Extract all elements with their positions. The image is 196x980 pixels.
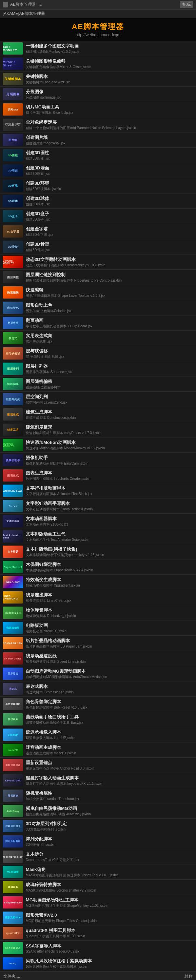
script-item-easyrulers[interactable]: 刻度工具建筑刻度板形快速创建刻度标引导脚本 easyRulers v.1.7.3… bbox=[0, 422, 196, 438]
script-item-null[interactable]: 空对象绑定全对象绑定定层创建一个空物体到选择的图层Add Parented Nu… bbox=[0, 117, 196, 132]
script-item-imagewall[interactable]: 图片墙创建图片墙创建图片墙ImagesWall.jsx bbox=[0, 132, 196, 148]
script-item-linescreator[interactable]: LINES CREATOR 2线条连接脚本线条连接脚本 LinesCreator… bbox=[0, 590, 196, 605]
script-item-properties[interactable]: 图层属性图层属性链接到控制把图层属性链接到控制面板脚本 Properties t… bbox=[0, 270, 196, 285]
script-desc-typemonkey: 文本排版动画(钢板子快集)Typemonkey v.1.16.jsxbin bbox=[26, 553, 193, 557]
script-item-textanim[interactable]: 文本动画器文本动画器脚本文本动画器脚本(2100+预置) bbox=[0, 514, 196, 529]
script-item-shapemonkey[interactable]: ShapeMonkeyMG动画图形/形状生主脚本MG动画图形/形状生主脚本 Sh… bbox=[0, 895, 196, 910]
script-name-3dbone: 创建3D骨架 bbox=[26, 241, 193, 247]
script-item-colorize[interactable]: 自动着色图形自动上色图形/自动上色脚本Colorize.jsx bbox=[0, 300, 196, 315]
script-info-speedlines: 线条动感速度线线条动感速度线脚本 Speed Lines.jsxbin bbox=[26, 653, 193, 664]
script-item-decompress[interactable]: DecompressText文木拆分DecompressText v2.2 分割… bbox=[0, 849, 196, 864]
script-info-expressions2: 表达式脚本表达式脚本 Expressions2.jsxbin bbox=[26, 684, 193, 695]
script-name-3dwall: 创建3D墙面 bbox=[26, 165, 193, 171]
script-item-3dcylinder[interactable]: 3D圆柱创建3D圆柱创建3D圆柱 .jsx bbox=[0, 148, 196, 163]
script-item-editmonkey[interactable]: EDIT MONKEY一键创建多个图层文字动画创建图片墙EditMonkey v… bbox=[0, 41, 196, 56]
script-item-cameratool[interactable]: 摄像机助手摄像机助手摄像机辅助动画帮助脚手 EasyCam.jsxbin bbox=[0, 453, 196, 468]
script-thumb-circus: CIRCUS MONKEY bbox=[3, 256, 23, 268]
script-item-sliceup[interactable]: 切片MG切片MG动画工具切片MG动画脚本 Slice It Up.jsx bbox=[0, 102, 196, 117]
script-item-3denv[interactable]: 3D环境创建3D环境创建3D环境脚本 .jsxbin bbox=[0, 178, 196, 194]
script-item-curva[interactable]: Curva文字彩虹动画手写脚本文字彩虹动画手写脚本 Curva_scriptUI… bbox=[0, 498, 196, 514]
script-desc-layers2grid: 层空间列列 Layers2Grid.jsx bbox=[26, 400, 193, 405]
script-name-shapemonkey: MG动画图形/形状生主脚本 bbox=[26, 897, 193, 903]
script-item-split[interactable]: 分裂图像分裂图像分裂图像 splitimage.jsx bbox=[0, 87, 196, 102]
script-thumb-3dwall: 3D墙面 bbox=[3, 164, 23, 177]
script-item-speedlines[interactable]: SPEED LINES线条动感速度线线条动感速度线脚本 Speed Lines.… bbox=[0, 651, 196, 666]
script-item-quadratfx[interactable]: quadratFXquadratFX 拼图工具脚本quadratFX 拼图工具脚… bbox=[0, 926, 196, 941]
script-info-construction: 建筑生成脚本建筑主成脚本 Construction.jsxbin bbox=[26, 409, 193, 420]
script-thumb-cameratool: 摄像机助手 bbox=[3, 454, 23, 466]
footer-left[interactable]: 文件夹 ... bbox=[3, 974, 20, 979]
script-item-snapobject[interactable]: 对象层列对齐3D对象层列对排列定3D对象层列对齐列 .soxbin bbox=[0, 819, 196, 834]
script-item-easyjoy[interactable]: 曲线动画曲线动画手绘曲线绘手工具调节关键帧动画曲线绘手工具 Easy.jsx bbox=[0, 712, 196, 727]
script-name-circuitfx: 电路板动画 bbox=[26, 622, 193, 628]
script-thumb-imagewall: 图片墙 bbox=[3, 134, 23, 146]
script-info-3dbone: 创建3D骨架创建3D骨架 .jsx bbox=[26, 241, 193, 253]
script-thumb-linescreator: LINES CREATOR 2 bbox=[3, 591, 23, 603]
script-item-3dbone[interactable]: 3D骨架创建3D骨架创建3D骨架 .jsx bbox=[0, 239, 196, 255]
script-item-motionmonkey[interactable]: MOTION MONKEY快速添加Motion动画脚本快速添加Motion动画脚… bbox=[0, 438, 196, 453]
script-desc-3dpaperjam: 纸片折叠晶格动画脚本 3D Paper Jam.jsxbin bbox=[26, 644, 193, 649]
script-name-editmonkey: 一键创建多个图层文字动画 bbox=[26, 43, 193, 49]
script-desc-mirror: 关键帧图形镜像偏移器Mirror & Offset.jsxbin bbox=[26, 65, 193, 70]
script-name-voronoi: 玻璃碎裂特效脚本 bbox=[26, 882, 193, 888]
script-name-linescreator: 线条连接脚本 bbox=[26, 592, 193, 598]
script-name-curva: 文字彩虹动画手写脚本 bbox=[26, 501, 193, 507]
script-item-textanimator[interactable]: Text Animator Suite文本排版动画主生代文本动画机生代 Text… bbox=[0, 529, 196, 544]
script-item-circularmot[interactable]: 圆形运动自动图周运动MG圆形动画脚本自动图周运动MG圆形动画脚本 AutoCir… bbox=[0, 666, 196, 681]
script-item-shapeelement[interactable]: 图形元素V2.0图形元素包V2.0MG图形动态元素包 Shape-Titles-… bbox=[0, 910, 196, 926]
script-item-layers2grid[interactable]: 层空间列列层空间列列层空间列列 Layers2Grid.jsx bbox=[0, 392, 196, 407]
script-item-autosway[interactable]: AutoSway摇曳自由晃荡推动MG动画摇曳自由晃荡推动MG动画 AutoSwa… bbox=[0, 803, 196, 819]
script-item-layeroffset[interactable]: 层与峡偏移层与峡偏移层 光偏转 向前向后峰 .jsx bbox=[0, 346, 196, 361]
script-item-xpgradient[interactable]: GRADIENT特效渐变生成脚本特效渐变生成脚本 Xpgradient.jsxb… bbox=[0, 575, 196, 590]
script-item-construction[interactable]: 建筑生成建筑生成脚本建筑主成脚本 Construction.jsxbin bbox=[0, 407, 196, 422]
script-thumb-3dpaperjam: 3D PAPER JAM bbox=[3, 637, 23, 649]
script-item-shapelayer[interactable]: 快速编辑快速编辑图形/主速编辑器脚本 Shape Layer Toolbar v… bbox=[0, 285, 196, 300]
script-desc-textanimator: 文本动画机生代 Text Animator Suite.jsxbin bbox=[26, 538, 193, 542]
script-item-3dbox[interactable]: 3D盒子创建3D盒子创建3D盒子 .jsx bbox=[0, 209, 196, 224]
script-thumb-bulkreset: 单色骨骼绑定 bbox=[3, 698, 23, 710]
script-item-tableexpr[interactable]: 表达式实用表达式集实用表达式集 .jsx bbox=[0, 331, 196, 346]
script-item-3dsphere[interactable]: 3D球体创建3D球体创建3D球体 .jsx bbox=[0, 194, 196, 209]
script-info-quadratfx: quadratFX 拼图工具脚本quadratFX 拼图工具脚本手 v1.00.… bbox=[26, 928, 193, 939]
script-item-ssaeffect[interactable]: SSA字幕导入SSA字幕导入脚本SSA to after effects fee… bbox=[0, 941, 196, 956]
script-item-keyboardfx[interactable]: KeyboardFX键盘打字输入动画生成脚本键盘打字输入动画生成脚本 keybo… bbox=[0, 773, 196, 788]
script-item-3dgold[interactable]: 3D金字塔创建金字塔创建3D金字塔 .jsx bbox=[0, 224, 196, 239]
script-item-moveanchor[interactable]: 重新设置锚点重新设置锚点重新设置中心点 Move Anchor Point 3.… bbox=[0, 758, 196, 773]
script-item-ease[interactable]: 关键帧脚本关键帧脚本关键帧脚本Ease and wizz.jsx bbox=[0, 72, 196, 87]
script-item-infocharts[interactable]: 图表生成图表生成脚本数据图表生成脚本 Infocharts Creator.js… bbox=[0, 468, 196, 483]
script-desc-linescreator: 线条连接脚本 LinesCreator.jsx bbox=[26, 598, 193, 603]
titlebar-action[interactable]: 把玩 bbox=[180, 1, 193, 8]
script-item-circus[interactable]: CIRCUS MONKEY动态3D文字翻转动画脚本动态3D文字翻转动画脚本 Ci… bbox=[0, 255, 196, 270]
script-item-mirror[interactable]: Mirror & Offset关键帧图形镜像偏移关键帧图形镜像偏移器Mirror… bbox=[0, 56, 196, 72]
script-item-flipboard[interactable]: 翻页动画翻页动画字母数字三维翻页动画脚本3D Flip Board.jsx bbox=[0, 315, 196, 331]
script-item-matrixarray[interactable]: 阵列分配脚本阵列分配脚本3D列分配排 .soxbin bbox=[0, 834, 196, 849]
script-item-maskoffset[interactable]: Mask偏角Mask偏角MASK对着图形图形经典偏 传送脚本 Vertex To… bbox=[0, 864, 196, 880]
script-thumb-editmonkey: EDIT MONKEY bbox=[3, 42, 23, 54]
script-info-randomize: 图层随机偏移图层随机/位置偏移脚本 bbox=[26, 379, 193, 390]
script-desc-snapobject: 3D对象层列对齐列 .soxbin bbox=[26, 827, 193, 832]
script-item-randomtrans[interactable]: 随机变换随机变换属性随机变换属性 randomTransform.jsx bbox=[0, 788, 196, 803]
script-item-circuitfx[interactable]: 电路板动画电路板动画电路板动画 circuitFX.jsxbin bbox=[0, 620, 196, 636]
menu-icon[interactable]: ≡ bbox=[38, 2, 43, 7]
script-name-puppettools: 木偶图钉绑定脚本 bbox=[26, 562, 193, 568]
script-name-3dbox: 创建3D盒子 bbox=[26, 211, 193, 217]
script-item-loadup[interactable]: LoadUP延迟承接载入脚本延迟承接载入脚本 LoadUP.jsxbin bbox=[0, 727, 196, 743]
script-item-animtext[interactable]: ANIMATE TEXT文字行排版动画脚本文字行排版动画脚本 Animated … bbox=[0, 483, 196, 498]
script-name-shapeelement: 图形元素包V2.0 bbox=[26, 912, 193, 918]
script-item-sequencer[interactable]: 图层排列图层排列器图层排列器脚本 Sequencer.jsx bbox=[0, 361, 196, 377]
script-item-3dwall[interactable]: 3D墙面创建3D墙面创建3D墙面 .jsx bbox=[0, 163, 196, 178]
script-item-bulkreset[interactable]: 单色骨骼绑定角色骨骼绑定脚本角色骨骼绑定脚本 Bulk Reset v16.0.… bbox=[0, 697, 196, 712]
script-item-3dpaperjam[interactable]: 3D PAPER JAM纸片折叠晶格动画脚本纸片折叠晶格动画脚本 3D Pape… bbox=[0, 636, 196, 651]
script-desc-imagewall: 创建图片墙ImagesWall.jsx bbox=[26, 141, 193, 146]
submenu-label: [AKAME]AE脚本管理器 bbox=[3, 11, 45, 16]
script-desc-editmonkey: 创建图片墙EditMonkey v1.0.2.jsxbin bbox=[26, 49, 193, 54]
script-item-voronoi[interactable]: 玻璃碎裂玻璃碎裂特效脚本MASK追踪机精破碎 voronoi shatter v… bbox=[0, 880, 196, 895]
script-item-randomize[interactable]: 随机偏移图层随机偏移图层随机/位置偏移脚本 bbox=[0, 377, 196, 392]
script-item-mazefx[interactable]: mazeFX迷宫动画主成脚本迷宫动画主成脚本 mazeFX.jsxbin bbox=[0, 743, 196, 758]
script-item-puppettools[interactable]: PuppetTools 3木偶图钉绑定脚本木偶图钉绑定脚本 PuppetTool… bbox=[0, 560, 196, 575]
script-item-expressions2[interactable]: 表达式表达式脚本表达式脚本 Expressions2.jsxbin bbox=[0, 681, 196, 697]
script-item-rubberize[interactable]: Rubberize It物体弹簧脚本物体弹簧脚本 Rubberize_It.js… bbox=[0, 605, 196, 620]
script-thumb-split: 分裂图像 bbox=[3, 88, 23, 100]
script-item-wind[interactable]: WIND风吹凡风吹物体注松手紧飘动脚本风吹凡风吹物体注松手紧飘动脚本 .jsxb… bbox=[0, 956, 196, 971]
script-item-typemonkey[interactable]: 文本排版文本排版动画(钢板子快集)文本排版动画(钢板子快集)Typemonkey… bbox=[0, 544, 196, 560]
